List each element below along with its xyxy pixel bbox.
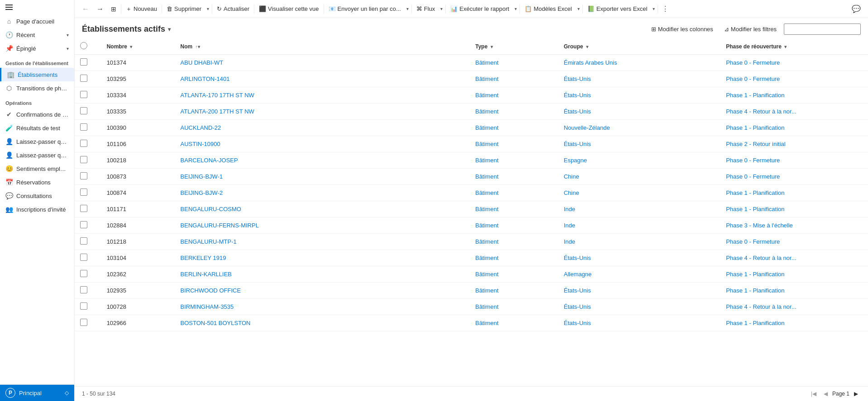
header-groupe[interactable]: Groupe ▾ [558, 38, 720, 55]
row-name[interactable]: AUCKLAND-22 [175, 120, 470, 136]
row-type[interactable]: Bâtiment [470, 120, 558, 136]
row-checkbox[interactable] [80, 286, 87, 293]
sidebar-item-home[interactable]: ⌂ Page d'accueil [0, 14, 74, 28]
row-type[interactable]: Bâtiment [470, 71, 558, 87]
row-name[interactable]: BERKELEY 1919 [175, 250, 470, 266]
execute-dropdown[interactable]: ▾ [513, 4, 519, 14]
row-group[interactable]: États-Unis [558, 136, 720, 152]
row-group[interactable]: États-Unis [558, 315, 720, 331]
row-name[interactable]: BOSTON-501 BOYLSTON [175, 315, 470, 331]
visualize-icon-button[interactable]: ⊞ [107, 3, 120, 15]
share-dropdown[interactable]: ▾ [405, 4, 410, 14]
sidebar-item-consultations[interactable]: 💬 Consultations [0, 189, 74, 203]
sidebar-hamburger[interactable] [0, 0, 74, 14]
header-phase[interactable]: Phase de réouverture ▾ [720, 38, 868, 55]
row-group[interactable]: Allemagne [558, 266, 720, 283]
row-phase[interactable]: Phase 4 - Retour à la nor... [720, 104, 868, 120]
row-checkbox[interactable] [80, 270, 87, 277]
row-group[interactable]: États-Unis [558, 250, 720, 266]
row-name[interactable]: BERLIN-KARLLIEB [175, 266, 470, 283]
row-type[interactable]: Bâtiment [470, 266, 558, 283]
chat-icon[interactable]: 💬 [848, 2, 864, 15]
row-group[interactable]: Inde [558, 234, 720, 250]
sidebar-item-inscriptions[interactable]: 👥 Inscriptions d'invité [0, 203, 74, 216]
flux-button[interactable]: ⌘ Flux [413, 3, 439, 14]
more-button[interactable]: ⋮ [659, 2, 672, 15]
sidebar-item-reservations[interactable]: 📅 Réservations [0, 175, 74, 189]
row-phase[interactable]: Phase 2 - Retour initial [720, 136, 868, 152]
row-group[interactable]: États-Unis [558, 87, 720, 104]
row-checkbox[interactable] [80, 221, 87, 228]
row-type[interactable]: Bâtiment [470, 217, 558, 234]
row-phase[interactable]: Phase 1 - Planification [720, 283, 868, 299]
row-checkbox[interactable] [80, 172, 87, 179]
row-name[interactable]: BENGALURU-FERNS-MIRPL [175, 217, 470, 234]
row-name[interactable]: BARCELONA-JOSEP [175, 152, 470, 169]
modify-columns-button[interactable]: ⊞ Modifier les colonnes [648, 24, 717, 35]
row-checkbox[interactable] [80, 254, 87, 261]
row-checkbox[interactable] [80, 302, 87, 310]
row-type[interactable]: Bâtiment [470, 104, 558, 120]
row-phase[interactable]: Phase 0 - Fermeture [720, 55, 868, 71]
search-input[interactable] [784, 24, 861, 35]
share-button[interactable]: 📧 Envoyer un lien par co... [325, 3, 405, 14]
row-checkbox[interactable] [80, 189, 87, 196]
excel-models-dropdown[interactable]: ▾ [576, 4, 582, 14]
visualize-button[interactable]: ⬛ Visualiser cette vue [255, 3, 323, 14]
row-checkbox[interactable] [80, 75, 87, 82]
row-type[interactable]: Bâtiment [470, 250, 558, 266]
row-name[interactable]: BIRMINGHAM-3535 [175, 299, 470, 315]
sidebar-item-pinned[interactable]: 📌 Épinglé ▾ [0, 42, 74, 55]
modify-filters-button[interactable]: ⊿ Modifier les filtres [720, 24, 780, 35]
row-group[interactable]: États-Unis [558, 283, 720, 299]
sidebar-item-recent[interactable]: 🕐 Récent ▾ [0, 28, 74, 42]
row-group[interactable]: États-Unis [558, 71, 720, 87]
row-name[interactable]: BENGALURU-MTP-1 [175, 234, 470, 250]
row-phase[interactable]: Phase 1 - Planification [720, 87, 868, 104]
back-button[interactable]: ← [78, 3, 93, 15]
row-name[interactable]: ABU DHABI-WT [175, 55, 470, 71]
row-group[interactable]: Émirats Arabes Unis [558, 55, 720, 71]
row-group[interactable]: Chine [558, 185, 720, 201]
row-phase[interactable]: Phase 0 - Fermeture [720, 169, 868, 185]
sidebar-item-confirmations[interactable]: ✔ Confirmations de va... [0, 108, 74, 121]
sidebar-item-etablissements[interactable]: 🏢 Établissements [0, 68, 74, 81]
row-type[interactable]: Bâtiment [470, 55, 558, 71]
sidebar-item-principal[interactable]: P Principal ◇ [0, 384, 74, 401]
row-checkbox[interactable] [80, 58, 87, 66]
row-checkbox[interactable] [80, 123, 87, 131]
row-group[interactable]: Espagne [558, 152, 720, 169]
row-phase[interactable]: Phase 0 - Fermeture [720, 71, 868, 87]
sidebar-item-laissez1[interactable]: 👤 Laissez-passer quoti... [0, 135, 74, 148]
row-group[interactable]: États-Unis [558, 104, 720, 120]
row-type[interactable]: Bâtiment [470, 234, 558, 250]
refresh-button[interactable]: ↻ Actualiser [213, 3, 253, 14]
header-nom[interactable]: Nom ↑▾ [175, 38, 470, 55]
row-name[interactable]: BEIJING-BJW-1 [175, 169, 470, 185]
header-type[interactable]: Type ▾ [470, 38, 558, 55]
execute-button[interactable]: 📊 Exécuter le rapport [447, 3, 513, 14]
row-type[interactable]: Bâtiment [470, 152, 558, 169]
export-excel-button[interactable]: 📗 Exporter vers Excel [584, 3, 651, 14]
header-checkbox[interactable] [80, 42, 87, 49]
row-type[interactable]: Bâtiment [470, 283, 558, 299]
row-phase[interactable]: Phase 0 - Fermeture [720, 234, 868, 250]
row-phase[interactable]: Phase 1 - Planification [720, 315, 868, 331]
sidebar-item-transitions[interactable]: ⬡ Transitions de phase [0, 81, 74, 95]
row-checkbox[interactable] [80, 156, 87, 163]
row-checkbox[interactable] [80, 140, 87, 147]
row-phase[interactable]: Phase 1 - Planification [720, 120, 868, 136]
row-type[interactable]: Bâtiment [470, 201, 558, 217]
row-group[interactable]: Inde [558, 217, 720, 234]
delete-button[interactable]: 🗑 Supprimer [163, 3, 205, 14]
row-checkbox[interactable] [80, 319, 87, 326]
row-phase[interactable]: Phase 1 - Planification [720, 266, 868, 283]
delete-dropdown[interactable]: ▾ [205, 4, 211, 14]
row-group[interactable]: États-Unis [558, 299, 720, 315]
prev-page-button[interactable]: ◀ [821, 389, 830, 398]
row-phase[interactable]: Phase 3 - Mise à l'échelle [720, 217, 868, 234]
row-checkbox[interactable] [80, 107, 87, 114]
header-nombre[interactable]: Nombre ▾ [101, 38, 175, 55]
row-checkbox[interactable] [80, 91, 87, 98]
row-type[interactable]: Bâtiment [470, 136, 558, 152]
